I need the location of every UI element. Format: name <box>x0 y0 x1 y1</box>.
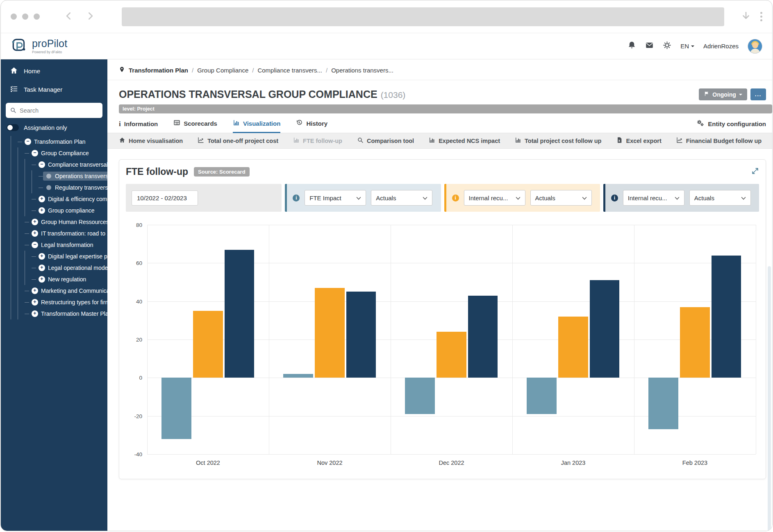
tree-item[interactable]: +Digital & efficiency com... <box>11 193 107 205</box>
tree-node[interactable]: +Restructuring types for firms <box>29 298 107 307</box>
tree-item[interactable]: Regulatory transversa... <box>11 182 107 193</box>
username[interactable]: AdrienRozes <box>703 43 739 50</box>
tree-node[interactable]: +Group compliance <box>36 206 99 215</box>
info-icon[interactable]: i <box>611 195 618 201</box>
sidebar-item-task-manager[interactable]: Task Manager <box>1 80 107 99</box>
info-icon[interactable]: i <box>293 195 300 201</box>
mail-icon[interactable] <box>645 41 654 51</box>
tree-item[interactable]: −Legal transformation <box>11 239 107 251</box>
bar[interactable] <box>468 296 498 378</box>
metric-select[interactable]: Internal recu... <box>623 190 684 206</box>
tree-node[interactable]: +New regulation <box>36 275 90 284</box>
toolbar-item-fte-follow-up[interactable]: FTE follow-up <box>293 137 342 145</box>
expand-icon[interactable]: + <box>32 288 38 294</box>
bar[interactable] <box>712 256 741 378</box>
bar[interactable] <box>527 378 557 414</box>
toolbar-item-expected-ncs-impact[interactable]: Expected NCS impact <box>429 137 500 145</box>
window-controls[interactable] <box>11 14 40 20</box>
dataset-select[interactable]: Actuals <box>371 190 432 206</box>
tree-node[interactable]: Regulatory transversa... <box>43 183 107 192</box>
bar[interactable] <box>405 378 435 414</box>
tree-node[interactable]: +IT transformation: road to ... <box>29 229 107 238</box>
toolbar-item-total-one-off-project-cost[interactable]: Total one-off project cost <box>198 137 278 145</box>
bar[interactable] <box>558 317 588 378</box>
breadcrumb-item[interactable]: Compliance transvers... <box>257 67 322 74</box>
breadcrumb-item[interactable]: Operations transvers... <box>331 67 393 74</box>
download-icon[interactable] <box>741 11 751 23</box>
bell-icon[interactable] <box>627 41 636 51</box>
bar[interactable] <box>437 332 466 378</box>
metric-select[interactable]: Internal recu... <box>464 190 525 206</box>
tree-item[interactable]: +IT transformation: road to ... <box>11 228 107 239</box>
tree-node[interactable]: +Marketing and Communica... <box>29 286 107 295</box>
bar[interactable] <box>680 307 710 378</box>
tree-node[interactable]: −Legal transformation <box>29 240 98 249</box>
expand-icon[interactable] <box>751 167 759 177</box>
tree-item[interactable]: −Transformation Plan <box>11 136 107 147</box>
tree-item[interactable]: Operations transvers... <box>11 170 107 182</box>
tab-visualization[interactable]: Visualization <box>233 119 280 133</box>
bar[interactable] <box>648 378 678 429</box>
tree-node[interactable]: +Digital & efficiency com... <box>36 195 107 204</box>
breadcrumb-item[interactable]: Transformation Plan <box>129 67 188 74</box>
tab-history[interactable]: History <box>296 119 327 133</box>
browser-menu-icon[interactable] <box>760 12 762 21</box>
tree-node[interactable]: +Digital legal expertise pl... <box>36 252 107 261</box>
assignation-toggle[interactable] <box>7 124 19 131</box>
info-icon[interactable]: i <box>452 195 459 201</box>
toolbar-item-total-project-cost-follow-up[interactable]: Total project cost follow up <box>515 137 601 145</box>
breadcrumb-item[interactable]: Group Compliance <box>197 67 248 74</box>
tab-scorecards[interactable]: Scorecards <box>173 119 217 133</box>
status-button[interactable]: Ongoing <box>699 88 747 100</box>
collapse-icon[interactable]: − <box>32 242 38 248</box>
entity-configuration-button[interactable]: Entity configuration <box>696 119 766 133</box>
gear-icon[interactable] <box>663 41 671 51</box>
expand-icon[interactable]: + <box>32 219 38 225</box>
bar[interactable] <box>193 311 223 378</box>
collapse-icon[interactable]: − <box>39 161 45 168</box>
expand-icon[interactable]: + <box>39 265 45 271</box>
metric-select[interactable]: FTE Impact <box>305 190 366 206</box>
bar[interactable] <box>161 378 191 439</box>
bar[interactable] <box>315 288 345 378</box>
collapse-icon[interactable]: − <box>32 150 38 156</box>
scrollbar[interactable] <box>768 266 771 531</box>
date-range-input[interactable] <box>132 190 198 206</box>
expand-icon[interactable]: + <box>32 310 38 317</box>
more-actions-button[interactable]: ... <box>750 88 766 100</box>
expand-icon[interactable]: + <box>39 276 45 283</box>
tree-item[interactable]: +Marketing and Communica... <box>11 285 107 297</box>
expand-icon[interactable]: + <box>32 299 38 306</box>
window-minimize-button[interactable] <box>22 14 28 20</box>
app-logo[interactable]: proPilot Powered by dFakto <box>11 37 67 56</box>
tree-item[interactable]: +Legal operational model ... <box>11 262 107 274</box>
tree-item[interactable]: +Digital legal expertise pl... <box>11 251 107 262</box>
url-bar[interactable] <box>122 7 724 26</box>
tree-item[interactable]: +Transformation Master Pla... <box>11 308 107 319</box>
sidebar-item-home[interactable]: Home <box>1 62 107 80</box>
tree-item[interactable]: −Group Compliance <box>11 147 107 159</box>
expand-icon[interactable]: + <box>39 253 45 260</box>
tree-node[interactable]: −Transformation Plan <box>22 137 90 146</box>
toolbar-item-financial-budget-follow-up[interactable]: Financial Budget follow up <box>676 137 762 145</box>
tree-node[interactable]: −Group Compliance <box>29 149 93 158</box>
avatar[interactable] <box>748 39 762 54</box>
toolbar-item-excel-export[interactable]: Excel export <box>616 137 661 145</box>
expand-icon[interactable]: + <box>32 230 38 237</box>
toolbar-item-home-visualisation[interactable]: Home visualisation <box>119 137 183 145</box>
tree-node[interactable]: +Transformation Master Pla... <box>29 309 107 318</box>
tree-node[interactable]: −Compliance transversal ... <box>36 160 107 169</box>
tree-item[interactable]: +New regulation <box>11 274 107 285</box>
dataset-select[interactable]: Actuals <box>530 190 592 206</box>
bar[interactable] <box>283 374 313 378</box>
bar[interactable] <box>225 250 255 378</box>
tree-item[interactable]: +Group compliance <box>11 205 107 216</box>
tree-node[interactable]: +Legal operational model ... <box>36 263 107 272</box>
tree-item[interactable]: +Group Human Ressources <box>11 216 107 228</box>
expand-icon[interactable]: + <box>39 196 45 202</box>
tree-node[interactable]: Operations transvers... <box>43 172 107 181</box>
back-icon[interactable] <box>64 11 74 23</box>
tree-item[interactable]: −Compliance transversal ... <box>11 159 107 170</box>
bar[interactable] <box>590 280 620 378</box>
bar[interactable] <box>346 292 376 378</box>
